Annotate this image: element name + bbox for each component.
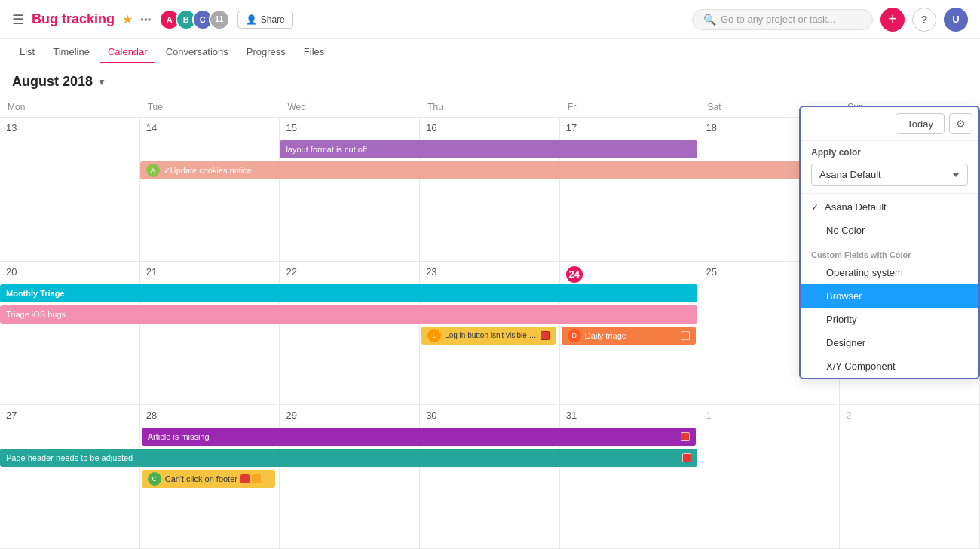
calendar-container: August 2018 ▼ Mon Tue Wed Thu Fri Sat Su… — [0, 66, 980, 549]
nav-tabs: List Timeline Calendar Conversations Pro… — [0, 39, 980, 66]
event-triage-ios[interactable]: Triage iOS bugs — [0, 305, 697, 324]
top-bar: ☰ Bug tracking ★ ••• A B C 11 👤 Share 🔍 … — [0, 0, 980, 39]
day-15[interactable]: 15 — [280, 118, 420, 261]
square-red — [681, 432, 690, 441]
dropdown-header: Today ⚙ — [801, 107, 978, 141]
square-icon — [541, 331, 550, 340]
tab-conversations[interactable]: Conversations — [158, 41, 236, 63]
dropdown-item-operating-system[interactable]: Operating system — [801, 261, 978, 284]
tab-progress[interactable]: Progress — [239, 41, 293, 63]
orange-sq — [252, 474, 261, 483]
month-title[interactable]: August 2018 ▼ — [12, 74, 106, 90]
day-27[interactable]: 27 — [0, 405, 140, 548]
dropdown-item-designer[interactable]: Designer — [801, 331, 978, 354]
day-13[interactable]: 13 — [0, 118, 140, 261]
calendar-header: August 2018 ▼ — [0, 66, 980, 97]
share-icon: 👤 — [246, 14, 257, 25]
event-article-missing[interactable]: Article is missing — [142, 428, 696, 446]
avatar-count[interactable]: 11 — [209, 9, 230, 30]
day-header-fri: Fri — [560, 97, 700, 117]
day-header-wed: Wed — [280, 97, 420, 117]
add-button[interactable]: + — [880, 8, 905, 32]
color-select[interactable]: Asana Default — [811, 164, 968, 186]
dropdown-item-priority[interactable]: Priority — [801, 308, 978, 331]
avatar-group: A B C 11 — [159, 9, 230, 30]
day-1[interactable]: 1 — [700, 405, 841, 548]
apply-color-label: Apply color — [801, 141, 978, 161]
event-avatar-3: D — [568, 329, 581, 342]
dropdown-item-xy-component[interactable]: X/Y Component — [801, 354, 978, 378]
square-icon-dt — [681, 331, 690, 340]
day-17[interactable]: 17 — [560, 118, 700, 261]
tab-list[interactable]: List — [12, 41, 42, 63]
day-header-thu: Thu — [420, 97, 560, 117]
square-red-2 — [682, 453, 691, 462]
check-mark: ✓ — [164, 166, 170, 176]
event-avatar-2: L — [427, 329, 441, 342]
apply-color-dropdown: Today ⚙ Apply color Asana Default ✓ Asan… — [799, 106, 980, 379]
search-placeholder: Go to any project or task... — [721, 14, 835, 25]
check-icon: ✓ — [811, 202, 819, 213]
chevron-down-icon: ▼ — [97, 77, 106, 87]
dropdown-item-asana-default[interactable]: ✓ Asana Default — [801, 195, 978, 219]
tab-calendar[interactable]: Calendar — [100, 41, 155, 63]
calendar-week-3: 27 28 29 30 31 1 2 Article is missing Pa… — [0, 405, 980, 549]
event-layout-format[interactable]: layout format is cut off — [280, 140, 697, 158]
event-update-cookies[interactable]: A ✓ Update cookies notice — [140, 161, 838, 179]
more-icon[interactable]: ••• — [140, 14, 152, 26]
star-icon[interactable]: ★ — [122, 12, 133, 26]
event-monthly-triage[interactable]: Monthly Triage — [0, 284, 697, 302]
settings-button[interactable]: ⚙ — [949, 113, 972, 134]
search-bar[interactable]: 🔍 Go to any project or task... — [692, 9, 873, 30]
event-daily-triage[interactable]: D Daily triage — [562, 327, 696, 345]
event-avatar-4: C — [148, 472, 161, 486]
day-22[interactable]: 22 — [280, 262, 420, 405]
project-title: Bug tracking — [32, 11, 115, 27]
dropdown-item-no-color[interactable]: No Color — [801, 219, 978, 242]
event-avatar: A — [146, 164, 160, 177]
help-button[interactable]: ? — [912, 8, 936, 32]
event-cant-click-footer[interactable]: C Can't click on footer — [142, 470, 276, 488]
day-30[interactable]: 30 — [420, 405, 560, 548]
dropdown-section-custom-fields: Custom Fields with Color — [801, 246, 978, 261]
dropdown-item-browser[interactable]: Browser — [801, 284, 978, 308]
day-16[interactable]: 16 — [420, 118, 560, 261]
day-header-tue: Tue — [140, 97, 280, 117]
today-button[interactable]: Today — [896, 113, 945, 134]
day-header-mon: Mon — [0, 97, 140, 117]
dropdown-select-wrapper: Asana Default — [801, 161, 978, 192]
day-14[interactable]: 14 — [140, 118, 280, 261]
search-icon: 🔍 — [703, 14, 716, 26]
share-button[interactable]: 👤 Share — [237, 11, 293, 29]
menu-icon[interactable]: ☰ — [12, 11, 24, 28]
event-login-button[interactable]: L Log in button isn't visible from mobil… — [421, 327, 556, 345]
red-sq — [240, 474, 250, 483]
event-page-header[interactable]: Page header needs to be adjusted — [0, 449, 697, 467]
day-21[interactable]: 21 — [140, 262, 280, 405]
day-2[interactable]: 2 — [840, 405, 980, 548]
day-20[interactable]: 20 — [0, 262, 140, 405]
day-31[interactable]: 31 — [560, 405, 700, 548]
day-29[interactable]: 29 — [280, 405, 420, 548]
user-avatar[interactable]: U — [944, 8, 968, 32]
tab-files[interactable]: Files — [296, 41, 332, 63]
tab-timeline[interactable]: Timeline — [45, 41, 97, 63]
